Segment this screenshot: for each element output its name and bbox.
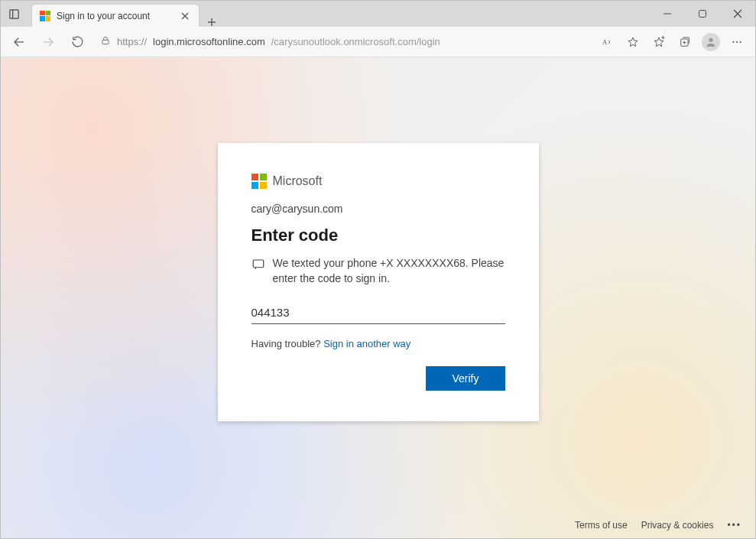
svg-point-23: [736, 41, 738, 42]
instruction-text: We texted your phone +X XXXXXXXX68. Plea…: [273, 256, 505, 286]
code-input[interactable]: [251, 303, 505, 324]
footer-links: Terms of use Privacy & cookies •••: [575, 520, 741, 531]
svg-marker-14: [628, 37, 638, 47]
terms-link[interactable]: Terms of use: [575, 520, 628, 531]
toolbar-right: A: [595, 30, 749, 54]
address-bar: https://login.microsoftonline.com/carysu…: [1, 27, 755, 57]
favorites-icon[interactable]: [647, 30, 671, 54]
collections-icon[interactable]: [673, 30, 697, 54]
tab-actions-icon[interactable]: [1, 1, 27, 27]
sign-in-another-way-link[interactable]: Sign in another way: [323, 338, 410, 349]
verify-button[interactable]: Verify: [426, 366, 505, 391]
window-minimize-button[interactable]: [650, 1, 685, 27]
lock-icon: [100, 35, 111, 48]
url-scheme: https://: [117, 36, 147, 47]
url-field[interactable]: https://login.microsoftonline.com/carysu…: [94, 31, 590, 54]
page-heading: Enter code: [251, 226, 505, 245]
svg-rect-12: [102, 40, 109, 44]
svg-point-24: [740, 41, 741, 42]
help-prefix: Having trouble?: [251, 338, 324, 349]
profile-button[interactable]: [699, 30, 723, 54]
footer-more-icon[interactable]: •••: [727, 520, 741, 531]
tab-strip: Sign in to your account: [27, 1, 224, 27]
microsoft-brand-text: Microsoft: [273, 174, 323, 188]
auth-card: Microsoft cary@carysun.com Enter code We…: [218, 143, 539, 421]
browser-tab-active[interactable]: Sign in to your account: [31, 4, 200, 27]
more-menu-icon[interactable]: [725, 30, 749, 54]
window-titlebar: Sign in to your account: [1, 1, 755, 27]
tab-title: Sign in to your account: [57, 11, 173, 21]
sms-icon: [251, 258, 265, 271]
avatar-icon: [702, 33, 720, 51]
svg-point-21: [709, 37, 712, 41]
privacy-link[interactable]: Privacy & cookies: [641, 520, 714, 531]
add-favorite-icon[interactable]: [621, 30, 645, 54]
nav-back-button[interactable]: [7, 30, 31, 54]
new-tab-button[interactable]: [200, 18, 224, 27]
svg-rect-7: [699, 11, 706, 18]
url-path: /carysunoutlook.onmicrosoft.com/login: [271, 36, 440, 47]
page-body: Microsoft cary@carysun.com Enter code We…: [1, 57, 755, 538]
svg-text:A: A: [602, 38, 608, 46]
svg-rect-0: [9, 9, 18, 18]
microsoft-favicon-icon: [40, 11, 50, 21]
window-close-button[interactable]: [720, 1, 755, 27]
read-aloud-icon[interactable]: A: [595, 30, 619, 54]
nav-forward-button[interactable]: [36, 30, 60, 54]
svg-marker-15: [654, 37, 664, 47]
window-controls: [650, 1, 755, 27]
window-maximize-button[interactable]: [685, 1, 720, 27]
microsoft-logo-icon: [251, 174, 267, 189]
svg-rect-25: [253, 260, 264, 268]
url-host: login.microsoftonline.com: [153, 36, 265, 47]
svg-point-22: [732, 41, 734, 42]
identity-text: cary@carysun.com: [251, 203, 505, 215]
instruction-row: We texted your phone +X XXXXXXXX68. Plea…: [251, 256, 505, 286]
tab-close-icon[interactable]: [179, 10, 191, 22]
microsoft-brand: Microsoft: [251, 174, 505, 189]
help-row: Having trouble? Sign in another way: [251, 338, 505, 349]
nav-refresh-button[interactable]: [65, 30, 89, 54]
